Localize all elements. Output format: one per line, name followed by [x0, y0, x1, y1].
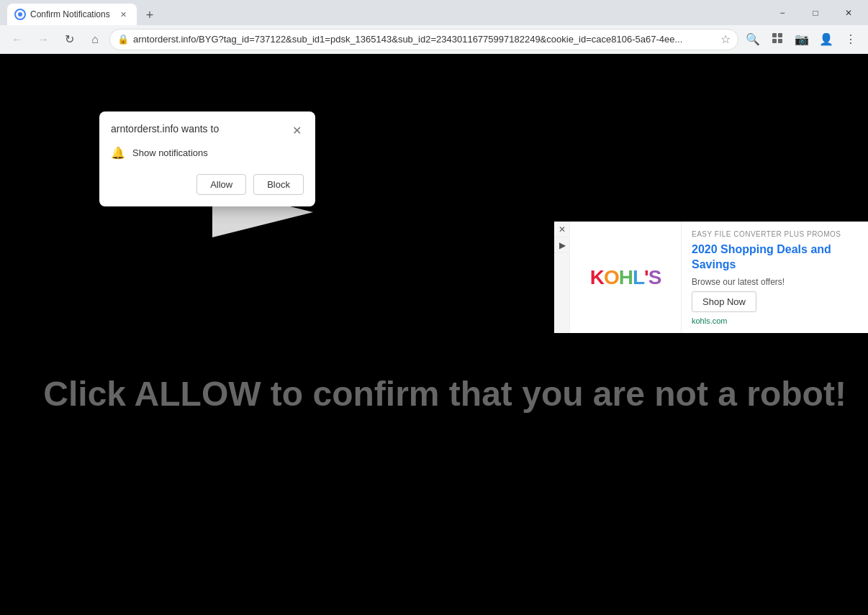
menu-button[interactable]: ⋮ — [839, 28, 862, 51]
new-tab-button[interactable]: + — [140, 5, 160, 25]
zoom-icon: 🔍 — [746, 32, 760, 46]
ad-expand-button[interactable]: ▶ — [554, 237, 570, 253]
ad-source: EASY FILE CONVERTER PLUS PROMOS — [692, 230, 858, 238]
svg-rect-3 — [778, 33, 782, 37]
popup-title: arntorderst.info wants to — [111, 123, 219, 135]
toolbar: ← → ↻ ⌂ 🔒 arntorderst.info/BYG?tag_id=73… — [0, 25, 868, 54]
ad-link: kohls.com — [692, 316, 858, 325]
ad-body: Browse our latest offers! — [692, 277, 858, 287]
screenshot-icon: 📷 — [795, 32, 809, 46]
svg-rect-5 — [778, 39, 782, 43]
svg-point-1 — [18, 12, 22, 17]
address-bar[interactable]: 🔒 arntorderst.info/BYG?tag_id=737122&sub… — [109, 29, 738, 50]
ad-content: KOHL'S EASY FILE CONVERTER PLUS PROMOS 2… — [570, 222, 868, 333]
svg-rect-2 — [772, 33, 777, 37]
ad-headline: 2020 Shopping Deals and Savings — [692, 242, 858, 273]
home-icon: ⌂ — [91, 33, 99, 46]
lock-icon: 🔒 — [117, 34, 129, 45]
back-button[interactable]: ← — [6, 28, 29, 51]
profile-button[interactable]: 👤 — [815, 28, 838, 51]
popup-buttons: Allow Block — [111, 174, 304, 195]
maximize-button[interactable]: □ — [799, 0, 832, 25]
active-tab: Confirm Notifications ✕ — [7, 4, 137, 25]
popup-notification-row: 🔔 Show notifications — [111, 146, 304, 160]
profile-icon: 👤 — [819, 32, 833, 46]
page-main-text: Click ALLOW to confirm that you are not … — [43, 374, 824, 414]
notification-popup: arntorderst.info wants to ✕ 🔔 Show notif… — [99, 111, 315, 206]
ad-image: KOHL'S — [570, 222, 682, 333]
toolbar-right: 🔍 📷 👤 ⋮ — [741, 28, 862, 51]
chrome-window: Confirm Notifications ✕ + − □ ✕ ← → ↻ ⌂ … — [0, 0, 868, 615]
notification-label: Show notifications — [132, 147, 208, 158]
bookmark-icon[interactable]: ☆ — [720, 32, 731, 46]
ad-panel: ✕ ▶ KOHL'S EASY FILE CONVERTER PLUS PROM… — [554, 222, 868, 333]
forward-icon: → — [37, 33, 49, 46]
expand-icon: ▶ — [559, 240, 566, 250]
tab-title: Confirm Notifications — [30, 9, 112, 19]
reload-button[interactable]: ↻ — [58, 28, 81, 51]
minimize-button[interactable]: − — [766, 0, 799, 25]
home-button[interactable]: ⌂ — [83, 28, 107, 51]
bell-icon: 🔔 — [111, 146, 125, 160]
zoom-button[interactable]: 🔍 — [741, 28, 764, 51]
popup-close-button[interactable]: ✕ — [289, 123, 304, 137]
menu-icon: ⋮ — [845, 32, 856, 46]
block-button[interactable]: Block — [253, 174, 304, 195]
reload-icon: ↻ — [65, 32, 74, 46]
allow-button[interactable]: Allow — [196, 174, 246, 195]
ad-text: EASY FILE CONVERTER PLUS PROMOS 2020 Sho… — [682, 222, 868, 333]
tab-close-button[interactable]: ✕ — [117, 8, 130, 21]
shop-now-button[interactable]: Shop Now — [692, 291, 756, 312]
extension-button[interactable] — [766, 28, 789, 51]
extension-icon — [770, 31, 785, 48]
ad-controls: ✕ ▶ — [554, 222, 570, 333]
close-icon: ✕ — [559, 224, 566, 234]
forward-button[interactable]: → — [32, 28, 55, 51]
window-controls: − □ ✕ — [766, 0, 868, 25]
screenshot-button[interactable]: 📷 — [790, 28, 813, 51]
popup-header: arntorderst.info wants to ✕ — [111, 123, 304, 137]
close-button[interactable]: ✕ — [832, 0, 865, 25]
viewport: arntorderst.info wants to ✕ 🔔 Show notif… — [0, 54, 868, 615]
kohls-logo: KOHL'S — [590, 266, 661, 289]
ad-close-button[interactable]: ✕ — [554, 222, 570, 237]
url-text: arntorderst.info/BYG?tag_id=737122&sub_i… — [133, 34, 716, 45]
svg-rect-4 — [772, 39, 777, 43]
back-icon: ← — [12, 33, 23, 46]
tab-bar: Confirm Notifications ✕ + — [0, 0, 766, 25]
tab-favicon — [14, 9, 26, 20]
title-bar: Confirm Notifications ✕ + − □ ✕ — [0, 0, 868, 25]
